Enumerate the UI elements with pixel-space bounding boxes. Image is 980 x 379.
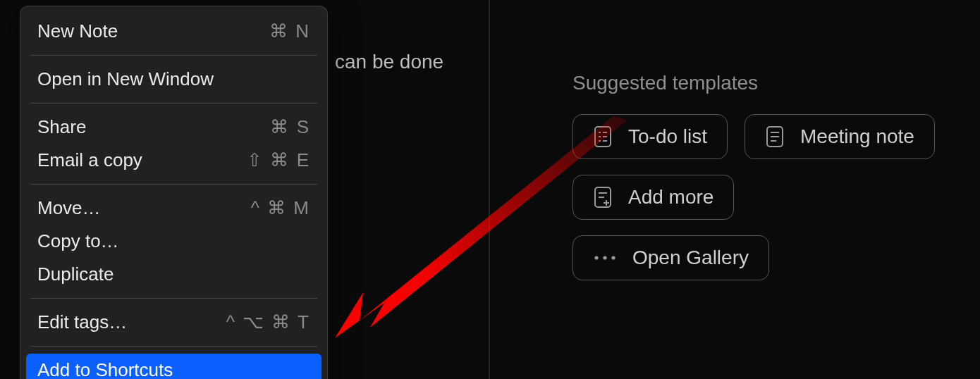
svg-point-16 [594, 256, 598, 259]
menu-item-copy-to[interactable]: Copy to… [20, 225, 327, 258]
menu-label: New Note [37, 20, 118, 42]
template-label: Add more [628, 186, 713, 209]
template-open-gallery-button[interactable]: Open Gallery [572, 235, 769, 280]
menu-divider [30, 298, 317, 299]
note-context-menu: New Note ⌘ N Open in New Window Share ⌘ … [20, 6, 328, 379]
ellipsis-icon [593, 246, 617, 270]
menu-item-add-to-shortcuts[interactable]: Add to Shortcuts [26, 354, 321, 379]
svg-point-18 [611, 256, 615, 259]
menu-label: Copy to… [37, 230, 119, 252]
menu-shortcut: ^ ⌘ M [251, 197, 310, 219]
menu-item-edit-tags[interactable]: Edit tags… ^ ⌥ ⌘ T [20, 306, 327, 339]
menu-item-new-note[interactable]: New Note ⌘ N [20, 15, 327, 48]
menu-item-open-new-window[interactable]: Open in New Window [20, 63, 327, 96]
menu-item-move[interactable]: Move… ^ ⌘ M [20, 192, 327, 225]
menu-label: Email a copy [37, 149, 142, 171]
menu-shortcut: ⌘ S [270, 116, 310, 138]
menu-label: Add to Shortcuts [37, 359, 173, 379]
template-label: To-do list [628, 125, 707, 148]
menu-label: Open in New Window [37, 68, 214, 90]
menu-label: Move… [37, 197, 101, 219]
menu-label: Share [37, 116, 86, 138]
template-meeting-note-button[interactable]: Meeting note [745, 114, 935, 159]
template-label: Meeting note [800, 125, 914, 148]
panel-divider [489, 0, 490, 379]
menu-shortcut: ⇧ ⌘ E [247, 149, 310, 171]
template-todo-list-button[interactable]: To-do list [572, 114, 728, 159]
template-label: Open Gallery [632, 247, 749, 269]
menu-shortcut: ^ ⌥ ⌘ T [226, 311, 310, 333]
svg-point-17 [603, 256, 606, 259]
templates-heading: Suggested templates [572, 72, 935, 94]
add-note-icon [593, 185, 613, 209]
menu-divider [30, 55, 317, 56]
menu-item-email-copy[interactable]: Email a copy ⇧ ⌘ E [20, 144, 327, 177]
note-icon [765, 125, 785, 149]
menu-shortcut: ⌘ N [269, 20, 310, 42]
menu-item-share[interactable]: Share ⌘ S [20, 111, 327, 144]
background-document-text: can be done [335, 51, 443, 73]
menu-label: Duplicate [37, 263, 114, 285]
menu-label: Edit tags… [37, 311, 127, 333]
menu-divider [30, 184, 317, 185]
menu-item-duplicate[interactable]: Duplicate [20, 258, 327, 291]
list-icon [593, 125, 613, 149]
template-add-more-button[interactable]: Add more [572, 175, 734, 220]
suggested-templates-panel: Suggested templates To-do list [572, 72, 935, 296]
menu-divider [30, 346, 317, 347]
menu-divider [30, 103, 317, 104]
